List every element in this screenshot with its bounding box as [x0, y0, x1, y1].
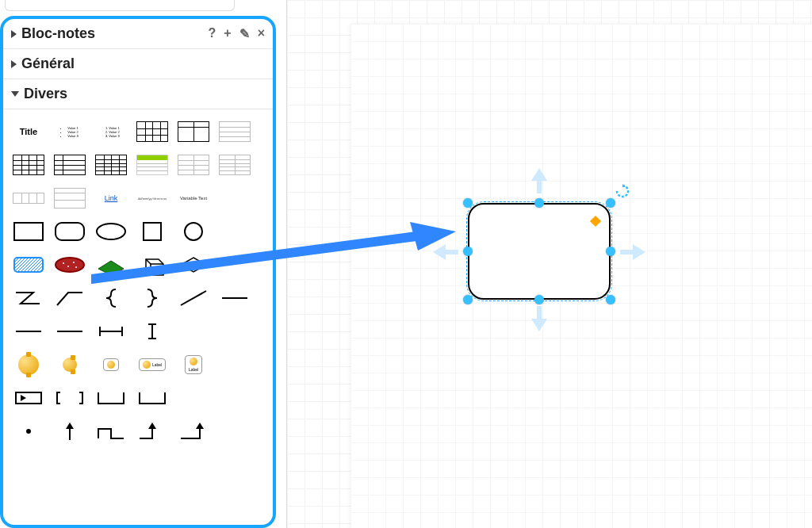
svg-marker-33 — [620, 244, 645, 260]
shape-table-cross[interactable] — [11, 151, 46, 179]
shape-library-scroll[interactable]: Bloc-notes ? + ✎ × Général Divers Title — [3, 19, 273, 525]
svg-point-6 — [56, 258, 84, 272]
shape-open-top-rect-2[interactable] — [135, 384, 170, 412]
svg-marker-35 — [622, 184, 626, 187]
svg-point-2 — [97, 224, 125, 239]
svg-marker-31 — [531, 168, 547, 193]
shape-circle[interactable] — [176, 217, 211, 246]
shape-cube[interactable] — [135, 251, 170, 279]
shape-empty-slot-2 — [217, 217, 252, 246]
connect-arrow-west[interactable] — [430, 236, 462, 271]
resize-handle-tr[interactable] — [606, 198, 615, 208]
help-icon[interactable]: ? — [209, 26, 216, 41]
shape-rectangle[interactable] — [11, 217, 46, 246]
resize-handle-br[interactable] — [606, 295, 615, 304]
shape-table-text[interactable] — [217, 117, 252, 146]
shape-step-arrow-up[interactable] — [135, 417, 170, 446]
connect-arrow-east[interactable] — [617, 236, 649, 271]
shape-rounded-rectangle[interactable] — [52, 217, 87, 246]
shape-label-box[interactable]: Label — [135, 350, 170, 379]
svg-point-10 — [75, 266, 77, 268]
shape-arrow-up[interactable] — [52, 417, 87, 446]
svg-marker-13 — [181, 258, 206, 272]
shape-bulleted-list[interactable]: Value 1 Value 2 Value 3 — [52, 117, 87, 146]
shape-horizontal-line[interactable] — [217, 284, 252, 312]
shape-library-panel: Bloc-notes ? + ✎ × Général Divers Title — [0, 16, 276, 528]
shape-gear-large[interactable] — [11, 350, 46, 379]
shape-gear-box[interactable] — [94, 350, 128, 379]
shape-zigzag[interactable] — [11, 284, 46, 312]
shape-table-dense[interactable] — [94, 151, 128, 179]
shape-h-line-3[interactable] — [52, 317, 87, 346]
shape-container-header-rows[interactable] — [52, 184, 87, 212]
misc-shape-grid: Title Value 1 Value 2 Value 3 Value 1 Va… — [3, 109, 273, 453]
svg-marker-11 — [98, 261, 124, 275]
shape-speckled-ellipse-red[interactable] — [52, 251, 87, 279]
shape-table-sidebar[interactable] — [52, 151, 87, 179]
shape-empty-slot-4 — [176, 317, 211, 346]
shape-label-box-vertical[interactable]: Label — [176, 350, 211, 379]
shape-ellipse[interactable] — [94, 217, 128, 246]
pencil-icon[interactable]: ✎ — [239, 26, 250, 41]
shape-iso-plane-green[interactable] — [94, 251, 128, 279]
shape-angle-line[interactable] — [52, 284, 87, 312]
section-scratchpad[interactable]: Bloc-notes ? + ✎ × — [3, 19, 273, 49]
chevron-right-icon — [11, 60, 17, 68]
shape-table-header[interactable] — [176, 117, 211, 146]
shape-play-button[interactable] — [11, 384, 46, 412]
shape-numbered-list[interactable]: Value 1 Value 2 Value 3 — [94, 117, 128, 146]
shape-step-line[interactable] — [94, 417, 128, 446]
resize-handle-ml[interactable] — [463, 247, 473, 256]
shape-table-4x4[interactable] — [135, 117, 170, 146]
search-shapes-input[interactable] — [5, 0, 235, 11]
section-title: Général — [21, 55, 75, 72]
shape-empty-slot-3 — [217, 251, 252, 279]
section-title: Divers — [24, 86, 67, 102]
resize-handle-mr[interactable] — [606, 247, 615, 256]
shape-gear-small[interactable] — [52, 350, 87, 379]
resize-handle-bm[interactable] — [534, 295, 544, 304]
shape-square[interactable] — [135, 217, 170, 246]
shape-dimension-line[interactable] — [94, 317, 128, 346]
connect-arrow-south[interactable] — [523, 303, 555, 338]
shape-brace-left[interactable] — [94, 284, 128, 312]
shape-title[interactable]: Title — [11, 117, 46, 146]
shape-table-light-rows[interactable] — [176, 151, 211, 179]
selection-outline — [466, 201, 612, 301]
shape-text-cursor-icon[interactable] — [135, 317, 170, 346]
svg-point-7 — [63, 262, 64, 264]
section-general[interactable]: Général — [3, 49, 273, 79]
resize-handle-bl[interactable] — [463, 295, 473, 304]
svg-marker-32 — [531, 306, 547, 331]
shape-step-arrow-up-2[interactable] — [176, 417, 211, 446]
shape-diagonal[interactable] — [176, 284, 211, 312]
shape-variable-text[interactable]: Variable Text — [176, 184, 211, 212]
plus-icon[interactable]: + — [224, 26, 231, 41]
shape-bracket-rect[interactable] — [52, 384, 87, 412]
app-root: Bloc-notes ? + ✎ × Général Divers Title — [0, 0, 812, 528]
shape-open-top-rect[interactable] — [94, 384, 128, 412]
resize-handle-tl[interactable] — [463, 198, 473, 208]
svg-marker-34 — [433, 244, 458, 260]
svg-rect-0 — [14, 223, 43, 240]
svg-rect-3 — [144, 223, 161, 240]
selected-shape[interactable] — [468, 203, 611, 300]
section-misc[interactable]: Divers — [3, 79, 273, 109]
connect-arrow-north[interactable] — [523, 165, 555, 200]
shape-link[interactable]: Link — [94, 184, 128, 212]
shape-table-green-header[interactable] — [135, 151, 170, 179]
shape-brace-right[interactable] — [135, 284, 170, 312]
resize-handle-tm[interactable] — [534, 198, 544, 208]
shape-hatched-rect-blue[interactable] — [11, 251, 46, 279]
shape-table-light-rows-2[interactable] — [217, 151, 252, 179]
svg-rect-1 — [56, 223, 84, 240]
shape-timestamp[interactable]: dd/mm/yy hh:mm:ss — [135, 184, 170, 212]
shape-diamond-outline[interactable] — [176, 251, 211, 279]
rotate-handle[interactable] — [615, 184, 630, 198]
shape-h-line-2[interactable] — [11, 317, 46, 346]
shape-table-mini[interactable] — [11, 184, 46, 212]
shape-dot[interactable] — [11, 417, 46, 446]
shape-empty-slot — [217, 184, 252, 212]
shape-empty-slot-5 — [217, 317, 252, 346]
close-icon[interactable]: × — [258, 26, 265, 41]
